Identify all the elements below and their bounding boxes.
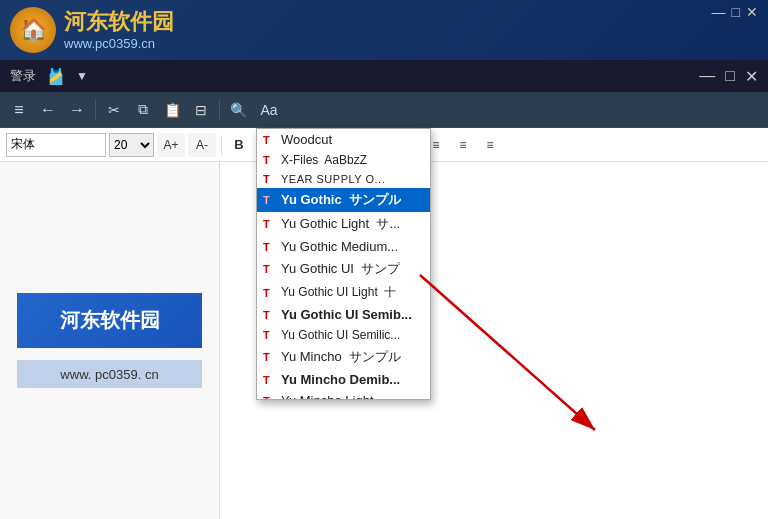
font-item-yugothic[interactable]: T Yu Gothic サンプル [257,188,430,212]
font-item-label: Yu Gothic UI Semilic... [281,328,400,342]
sidebar-url-box: www. pc0359. cn [17,360,202,388]
font-increase-btn[interactable]: A+ [157,133,185,157]
forward-icon[interactable]: → [64,97,90,123]
justify-btn[interactable]: ≡ [478,133,502,157]
tb-separator-1 [95,100,96,120]
logo-circle: 🏠 [10,7,56,53]
font-item-yugothic-ui-semib[interactable]: T Yu Gothic UI Semib... [257,304,430,325]
font-item-yugothic-ui-light[interactable]: T Yu Gothic UI Light 十 [257,281,430,304]
font-type-icon: T [263,395,277,400]
font-dropdown: T Woodcut T X-Files AaBbzZ T YEAR SUPPLY… [256,128,431,400]
font-type-icon: T [263,154,277,166]
app-close-btn[interactable]: ✕ [745,67,758,86]
font-type-icon: T [263,263,277,275]
format-separator-1 [221,135,222,155]
tb-separator-2 [219,100,220,120]
menu-icon[interactable]: ≡ [6,97,32,123]
font-type-icon: T [263,241,277,253]
toolbar: ≡ ← → ✂ ⧉ 📋 ⊟ 🔍 Aa [0,92,768,128]
font-type-icon: T [263,329,277,341]
font-item-label: Yu Mincho Light → [281,393,394,399]
font-type-icon: T [263,309,277,321]
font-type-icon: T [263,351,277,363]
app-container: 警录 🎽 ▼ — □ ✕ ≡ ← → ✂ ⧉ 📋 ⊟ 🔍 Aa 20 A+ A-… [0,60,768,519]
alert-icon: 警录 [10,67,36,85]
font-item-label: YEAR SUPPLY O... [281,173,385,185]
top-bar: 🏠 河东软件园 www.pc0359.cn — □ ✕ [0,0,768,60]
font-item-yumincho[interactable]: T Yu Mincho サンプル [257,345,430,369]
app-title-icons: 警录 🎽 ▼ [10,67,88,86]
sidebar: 河东软件园 www. pc0359. cn [0,162,220,519]
font-item-yumincho-demib[interactable]: T Yu Mincho Demib... [257,369,430,390]
maximize-btn[interactable]: □ [732,4,740,20]
font-name-input[interactable] [6,133,106,157]
font-type-icon: T [263,374,277,386]
font-item-label: Woodcut [281,132,332,147]
font-size-select[interactable]: 20 [109,133,154,157]
app-maximize-btn[interactable]: □ [725,67,735,86]
indent-right-btn[interactable]: ≡ [451,133,475,157]
font-item-label: X-Files AaBbzZ [281,153,367,167]
font-decrease-btn[interactable]: A- [188,133,216,157]
font-item-yugothic-medium[interactable]: T Yu Gothic Medium... [257,236,430,257]
app-minimize-btn[interactable]: — [699,67,715,86]
font-item-yugothic-ui[interactable]: T Yu Gothic UI サンプ [257,257,430,281]
logo-title: 河东软件园 [64,9,174,35]
font-item-label: Yu Mincho サンプル [281,348,401,366]
minimize-btn[interactable]: — [712,4,726,20]
app-window-controls: — □ ✕ [699,67,758,86]
copy-icon[interactable]: ⧉ [130,97,156,123]
app-title-bar: 警录 🎽 ▼ — □ ✕ [0,60,768,92]
font-item-label: Yu Gothic Light サ... [281,215,400,233]
sidebar-logo-text: 河东软件园 [60,307,160,334]
window-controls: — □ ✕ [712,4,758,20]
logo-url: www.pc0359.cn [64,36,174,51]
font-item-yugothic-light[interactable]: T Yu Gothic Light サ... [257,212,430,236]
font-item-woodcut[interactable]: T Woodcut [257,129,430,150]
font-item-label: Yu Mincho Demib... [281,372,400,387]
sidebar-logo-box: 河东软件园 [17,293,202,348]
paste-icon[interactable]: 📋 [159,97,185,123]
search-icon[interactable]: 🔍 [225,97,251,123]
font-item-label: Yu Gothic サンプル [281,191,401,209]
logo-icon: 🏠 [20,17,47,43]
font-type-icon: T [263,194,277,206]
logo-text-group: 河东软件园 www.pc0359.cn [64,9,174,50]
font-item-label: Yu Gothic Medium... [281,239,398,254]
dropdown-icon[interactable]: ▼ [76,69,88,83]
sidebar-url-text: www. pc0359. cn [60,367,158,382]
font-item-label: Yu Gothic UI サンプ [281,260,400,278]
font-preview-icon[interactable]: Aa [254,97,284,123]
bold-btn[interactable]: B [227,133,251,157]
shirt-icon: 🎽 [46,67,66,86]
font-item-yearsupply[interactable]: T YEAR SUPPLY O... [257,170,430,188]
back-icon[interactable]: ← [35,97,61,123]
font-item-label: Yu Gothic UI Semib... [281,307,412,322]
font-dropdown-scroll[interactable]: T Woodcut T X-Files AaBbzZ T YEAR SUPPLY… [257,129,430,399]
font-type-icon: T [263,287,277,299]
font-item-xfiles[interactable]: T X-Files AaBbzZ [257,150,430,170]
font-item-yumincho-light[interactable]: T Yu Mincho Light → [257,390,430,399]
format-icon[interactable]: ⊟ [188,97,214,123]
font-item-yugothic-ui-semilic[interactable]: T Yu Gothic UI Semilic... [257,325,430,345]
font-type-icon: T [263,218,277,230]
font-type-icon: T [263,173,277,185]
close-btn[interactable]: ✕ [746,4,758,20]
font-item-label: Yu Gothic UI Light 十 [281,284,396,301]
font-type-icon: T [263,134,277,146]
cut-icon[interactable]: ✂ [101,97,127,123]
